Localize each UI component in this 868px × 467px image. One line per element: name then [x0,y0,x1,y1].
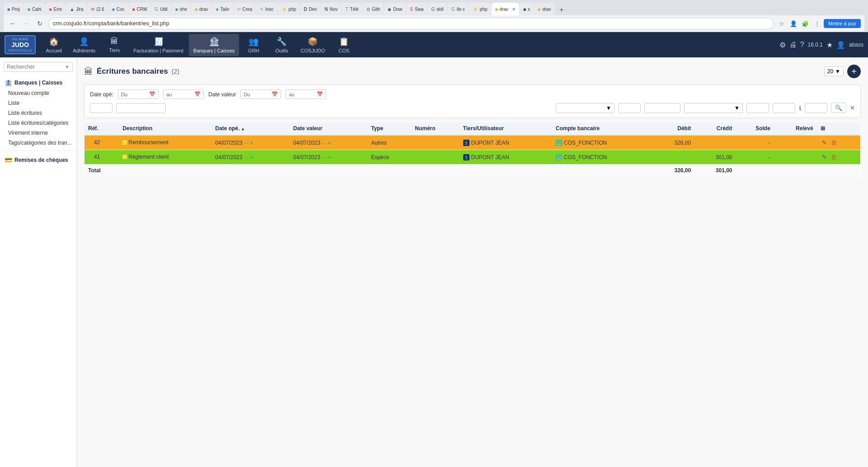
date-plus-42a[interactable]: + [250,140,253,146]
tab-dev[interactable]: DDev [300,3,320,15]
print-icon[interactable]: 🖨 [789,41,797,49]
col-date-ope[interactable]: Date opé. [211,122,289,136]
sidebar-search-input[interactable] [7,64,65,70]
per-page-select[interactable]: 20 ▼ [824,66,844,76]
logo-area[interactable]: CO JUDO JUDO SARTROUVILLE [5,35,36,55]
help-icon[interactable]: ? [800,41,804,49]
calendar-icon-2[interactable]: 📅 [194,91,201,97]
col-numero[interactable]: Numéro [411,122,459,136]
add-button[interactable]: + [847,65,861,78]
filter-description-input[interactable] [116,103,166,113]
tiers-value-42[interactable]: DUPONT JEAN [471,140,509,146]
delete-button-41[interactable]: 🗑 [830,153,838,161]
bookmark-star-icon[interactable]: ☆ [777,19,787,28]
date-valeur-au-input[interactable]: au 📅 [286,90,326,99]
reload-button[interactable]: ↻ [34,18,45,29]
tab-crm[interactable]: ■CRM [129,3,151,15]
back-button[interactable]: ← [7,18,18,29]
date-plus-42b[interactable]: + [328,140,331,146]
sidebar-item-nouveau-compte[interactable]: Nouveau compte [0,88,76,98]
more-options-icon[interactable]: ⋮ [812,19,822,28]
date-ope-au-input[interactable]: au 📅 [163,90,204,99]
nav-outils[interactable]: 🔧 Outils [268,34,295,56]
tab-insc[interactable]: ✎Insc [256,3,277,15]
nav-banques[interactable]: 🏦 Banques | Caisses [189,34,239,56]
compte-value-41[interactable]: COS_FONCTION [564,154,607,160]
calendar-icon-4[interactable]: 📅 [317,91,323,97]
tab-cahi[interactable]: ■Cahi [24,3,45,15]
nav-facturation[interactable]: 🧾 Facturation | Paiement [129,34,188,56]
user-avatar[interactable]: 👤 [836,41,845,49]
col-tiers[interactable]: Tiers/Utilisateur [460,122,552,136]
tab-dow[interactable]: ◆Dow [384,3,406,15]
tab-coc[interactable]: ■Coc [108,3,128,15]
delete-button-42[interactable]: 🗑 [830,138,838,147]
col-debit[interactable]: Débit [653,122,694,136]
col-solde[interactable]: Solde [736,122,774,136]
tab-ile[interactable]: GIle c [448,3,469,15]
calendar-icon-1[interactable]: 📅 [149,91,155,97]
tab-drav2[interactable]: ■drav✕ [492,3,520,15]
settings-icon[interactable]: ⚙ [779,41,786,49]
nav-adherents[interactable]: 👤 Adhérents [68,34,100,56]
col-credit[interactable]: Crédit [694,122,736,136]
col-releve[interactable]: Relevé [774,122,817,136]
col-type[interactable]: Type [367,122,411,136]
tab-erre[interactable]: ■Erre [45,3,66,15]
calendar-icon-3[interactable]: 📅 [272,91,278,97]
nav-accueil[interactable]: 🏠 Accueil [40,34,67,56]
filter-info-icon[interactable]: ℹ [799,104,801,112]
filter-credit-input[interactable] [773,103,795,113]
filter-type-select[interactable]: ▼ [556,103,615,113]
sidebar-item-liste-ecritures[interactable]: Liste écritures [0,108,76,118]
nav-cosjudo[interactable]: 📦 COSJUDO [296,34,329,56]
extension-puzzle-icon[interactable]: 🧩 [800,19,810,28]
nav-grh[interactable]: 👥 GRH [240,34,267,56]
edit-button-42[interactable]: ✎ [821,138,828,147]
tab-x[interactable]: ■x [520,3,534,15]
tab-swa[interactable]: SSwa [406,3,427,15]
tab-gith[interactable]: ⊙Gith [363,3,384,15]
edit-button-41[interactable]: ✎ [821,153,828,161]
filter-debit-input[interactable] [746,103,769,113]
profile-icon[interactable]: 👤 [788,19,798,28]
new-tab-button[interactable]: + [556,5,567,15]
tab-drav1[interactable]: ■drav [191,3,212,15]
tab-mail[interactable]: ✉(2.6 [87,3,108,15]
tab-she[interactable]: ■she [172,3,191,15]
tab-php2[interactable]: ⚡php [469,3,491,15]
tab-tail[interactable]: ■Tailv [212,3,233,15]
star-icon[interactable]: ★ [826,41,833,49]
sidebar-item-tags[interactable]: Tags/catégories des tran... [0,138,76,148]
sidebar-item-liste-categories[interactable]: Liste écritures/catégories [0,118,76,128]
filter-compte-select[interactable]: ▼ [684,103,743,113]
tiers-value-41[interactable]: DUPONT JEAN [471,154,509,160]
tab-crea[interactable]: ✂Crea [234,3,256,15]
col-description[interactable]: Description [119,122,211,136]
col-compte[interactable]: Compte bancaire [552,122,653,136]
tab-drav3[interactable]: ■drav [534,3,555,15]
tab-proj[interactable]: ■Proj [4,3,23,15]
nav-tiers[interactable]: 🏛 Tiers [101,34,128,56]
tab-jira[interactable]: ▲Jira [66,3,87,15]
sidebar-search[interactable]: ▼ [4,62,73,72]
sidebar-item-virement-interne[interactable]: Virement interne [0,128,76,138]
col-date-valeur[interactable]: Date valeur [290,122,367,136]
col-ref[interactable]: Réf. [84,122,119,136]
compte-value-42[interactable]: COS_FONCTION [564,140,607,146]
sidebar-item-liste[interactable]: Liste [0,98,76,108]
url-bar[interactable] [48,18,774,29]
tab-php1[interactable]: ⚡php [278,3,300,15]
date-plus-41b[interactable]: + [328,155,331,160]
date-plus-41a[interactable]: + [250,155,253,160]
filter-ref-input[interactable] [90,103,113,113]
filter-releve-input[interactable] [805,103,827,113]
tab-utili[interactable]: GUtili [151,3,171,15]
date-valeur-du-input[interactable]: Du 📅 [240,90,281,99]
forward-button[interactable]: → [21,18,32,29]
clear-button[interactable]: ✕ [850,104,855,111]
date-ope-du-input[interactable]: Du 📅 [118,90,159,99]
filter-numero-input[interactable] [618,103,641,113]
tab-nov[interactable]: NNov [321,3,341,15]
nav-cos[interactable]: 📋 COS [330,34,357,56]
